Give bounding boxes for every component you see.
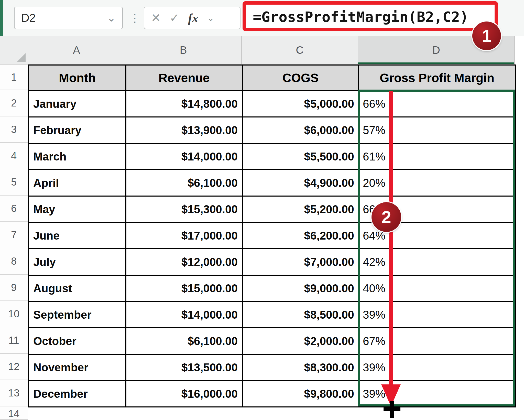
cell-month[interactable]: September (29, 302, 126, 328)
cell-cogs[interactable]: $9,800.00 (243, 381, 359, 407)
badge-number: 2 (381, 207, 391, 227)
cell-cogs[interactable]: $5,000.00 (243, 91, 359, 117)
table-header-margin[interactable]: Gross Profit Margin (359, 66, 516, 91)
table-row: April$6,100.00$4,900.0020% (29, 170, 516, 197)
row-header-4[interactable]: 4 (0, 143, 28, 169)
cell-margin[interactable]: 39% (359, 355, 516, 381)
annotation-step-1-badge: 1 (472, 21, 501, 50)
name-box[interactable]: D2 ⌄ (14, 7, 123, 29)
table-row: July$12,000.00$7,000.0042% (29, 249, 516, 276)
table-row: May$15,300.00$5,200.0066% (29, 197, 516, 223)
cell-revenue[interactable]: $16,000.00 (126, 381, 243, 407)
chevron-down-icon[interactable]: ⌄ (107, 13, 116, 23)
cell-cogs[interactable]: $6,000.00 (243, 117, 359, 144)
cell-cogs[interactable]: $2,000.00 (243, 328, 359, 355)
column-header-row: ABCD (28, 36, 515, 64)
table-row: December$16,000.00$9,800.0039% (29, 381, 516, 407)
table-row: June$17,000.00$6,200.0064% (29, 223, 516, 249)
table-row: September$14,000.00$8,500.0039% (29, 302, 516, 328)
cell-margin[interactable]: 20% (359, 170, 516, 197)
window-edge-accent (0, 0, 3, 38)
cell-margin[interactable]: 57% (359, 117, 516, 144)
cell-month[interactable]: February (29, 117, 126, 144)
row-header-6[interactable]: 6 (0, 196, 28, 222)
cell-margin[interactable]: 66% (359, 91, 516, 117)
cell-month[interactable]: August (29, 276, 126, 302)
annotation-highlight-box (243, 1, 498, 31)
row-header-5[interactable]: 5 (0, 169, 28, 196)
cell-margin[interactable]: 39% (359, 381, 516, 407)
cell-margin[interactable]: 67% (359, 328, 516, 355)
cell-cogs[interactable]: $6,200.00 (243, 223, 359, 249)
column-header-c[interactable]: C (242, 36, 358, 64)
row-header-7[interactable]: 7 (0, 222, 28, 248)
cell-revenue[interactable]: $13,900.00 (126, 117, 243, 144)
row-header-13[interactable]: 13 (0, 380, 28, 406)
row-header-3[interactable]: 3 (0, 116, 28, 143)
cell-month[interactable]: January (29, 91, 126, 117)
cell-month[interactable]: December (29, 381, 126, 407)
worksheet: ABCD 1234567891011121314 MonthRevenueCOG… (0, 36, 524, 420)
cell-month[interactable]: June (29, 223, 126, 249)
table-row: February$13,900.00$6,000.0057% (29, 117, 516, 144)
cell-cogs[interactable]: $8,500.00 (243, 302, 359, 328)
table-row: October$6,100.00$2,000.0067% (29, 328, 516, 355)
cell-revenue[interactable]: $14,000.00 (126, 144, 243, 170)
table-header-row: MonthRevenueCOGSGross Profit Margin (29, 66, 516, 91)
row-header-1[interactable]: 1 (0, 64, 28, 90)
drag-handle-icon: ⋮ (129, 0, 140, 36)
row-header-14[interactable]: 14 (0, 406, 28, 420)
row-header-9[interactable]: 9 (0, 275, 28, 301)
cell-margin[interactable]: 42% (359, 249, 516, 276)
cell-month[interactable]: April (29, 170, 126, 197)
table-row: January$14,800.00$5,000.0066% (29, 91, 516, 117)
table-row: August$15,000.00$9,000.0040% (29, 276, 516, 302)
cell-cogs[interactable]: $9,000.00 (243, 276, 359, 302)
cell-margin[interactable]: 39% (359, 302, 516, 328)
cell-month[interactable]: May (29, 197, 126, 223)
cell-cogs[interactable]: $5,500.00 (243, 144, 359, 170)
column-header-a[interactable]: A (28, 36, 125, 64)
cell-revenue[interactable]: $15,300.00 (126, 197, 243, 223)
cell-margin[interactable]: 40% (359, 276, 516, 302)
table-header-month[interactable]: Month (29, 66, 126, 91)
row-header-11[interactable]: 11 (0, 327, 28, 354)
cell-cogs[interactable]: $4,900.00 (243, 170, 359, 197)
row-header-12[interactable]: 12 (0, 354, 28, 380)
row-header-2[interactable]: 2 (0, 90, 28, 116)
cell-month[interactable]: October (29, 328, 126, 355)
cell-cogs[interactable]: $5,200.00 (243, 197, 359, 223)
cell-revenue[interactable]: $17,000.00 (126, 223, 243, 249)
select-all-triangle-icon (17, 53, 26, 62)
cell-cogs[interactable]: $8,300.00 (243, 355, 359, 381)
cell-revenue[interactable]: $6,100.00 (126, 170, 243, 197)
cell-margin[interactable]: 61% (359, 144, 516, 170)
cell-revenue[interactable]: $15,000.00 (126, 276, 243, 302)
cell-month[interactable]: November (29, 355, 126, 381)
cancel-icon[interactable]: ✕ (151, 12, 161, 24)
row-header-8[interactable]: 8 (0, 248, 28, 275)
cell-month[interactable]: July (29, 249, 126, 276)
insert-function-icon[interactable]: fx (188, 11, 198, 25)
cell-revenue[interactable]: $6,100.00 (126, 328, 243, 355)
table-header-cogs[interactable]: COGS (243, 66, 359, 91)
select-all-corner[interactable] (0, 36, 28, 64)
data-table: MonthRevenueCOGSGross Profit Margin Janu… (28, 64, 516, 407)
cell-revenue[interactable]: $12,000.00 (126, 249, 243, 276)
cell-revenue[interactable]: $13,500.00 (126, 355, 243, 381)
cell-revenue[interactable]: $14,000.00 (126, 302, 243, 328)
row-header-10[interactable]: 10 (0, 301, 28, 327)
cell-revenue[interactable]: $14,800.00 (126, 91, 243, 117)
formula-buttons-group: ✕ ✓ fx ⌄ (144, 7, 241, 29)
column-header-b[interactable]: B (125, 36, 242, 64)
table-header-revenue[interactable]: Revenue (126, 66, 243, 91)
table-body: January$14,800.00$5,000.0066%February$13… (29, 91, 516, 407)
enter-icon[interactable]: ✓ (170, 12, 180, 24)
table-row: March$14,000.00$5,500.0061% (29, 144, 516, 170)
excel-screenshot: D2 ⌄ ⋮ ✕ ✓ fx ⌄ =GrossProfitMargin(B2,C2… (0, 0, 524, 420)
name-box-value: D2 (21, 12, 36, 24)
cell-cogs[interactable]: $7,000.00 (243, 249, 359, 276)
chevron-down-icon[interactable]: ⌄ (207, 14, 214, 22)
cell-month[interactable]: March (29, 144, 126, 170)
badge-number: 1 (482, 26, 492, 46)
